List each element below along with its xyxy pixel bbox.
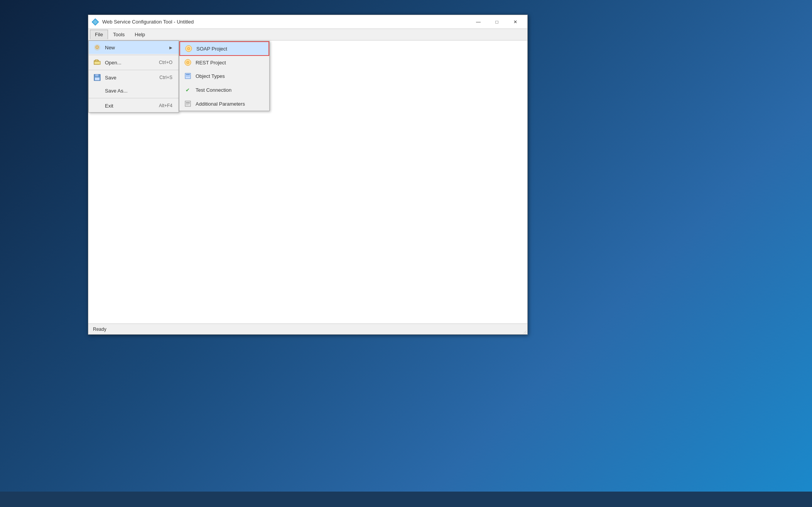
close-button[interactable]: ✕ xyxy=(506,16,524,28)
minimize-button[interactable]: — xyxy=(469,16,487,28)
svg-text:⚙: ⚙ xyxy=(95,44,100,50)
menu-bar: File Tools Help ⚙ New ▶ xyxy=(88,29,527,40)
submenu-rest-project[interactable]: ⚙ REST Project xyxy=(179,56,269,69)
menu-item-file[interactable]: File xyxy=(90,30,108,39)
app-window: Web Service Configuration Tool - Untitle… xyxy=(88,15,528,335)
app-icon xyxy=(91,18,99,26)
menu-item-help[interactable]: Help xyxy=(130,30,150,39)
window-controls: — □ ✕ xyxy=(469,16,524,28)
svg-text:✔: ✔ xyxy=(186,87,190,93)
svg-text:⚙: ⚙ xyxy=(186,60,190,65)
save-as-icon xyxy=(93,87,102,94)
svg-rect-14 xyxy=(186,103,190,104)
svg-line-23 xyxy=(525,332,527,334)
menu-save[interactable]: Save Ctrl+S xyxy=(89,71,179,84)
menu-test-connection[interactable]: ✔ Test Connection xyxy=(179,83,269,97)
new-submenu: ⚙ SOAP Project ⚙ REST Project xyxy=(179,41,270,111)
menu-save-as[interactable]: Save As... xyxy=(89,84,179,97)
open-icon xyxy=(93,59,102,66)
title-bar: Web Service Configuration Tool - Untitle… xyxy=(88,15,527,29)
file-menu-dropdown: ⚙ New ▶ ⚙ SOAP Project xyxy=(88,40,179,113)
menu-open[interactable]: Open... Ctrl+O xyxy=(89,56,179,69)
save-icon xyxy=(93,74,102,81)
svg-rect-18 xyxy=(94,61,100,64)
menu-separator-3 xyxy=(89,98,179,98)
new-submenu-arrow: ▶ xyxy=(169,45,172,50)
status-text: Ready xyxy=(93,327,106,332)
soap-icon: ⚙ xyxy=(184,45,193,52)
svg-text:⚙: ⚙ xyxy=(187,46,191,51)
submenu-soap-project[interactable]: ⚙ SOAP Project xyxy=(179,41,269,56)
menu-new[interactable]: ⚙ New ▶ ⚙ SOAP Project xyxy=(89,41,179,54)
svg-rect-15 xyxy=(186,104,189,105)
menu-additional-parameters[interactable]: Additional Parameters xyxy=(179,97,269,111)
svg-rect-13 xyxy=(186,102,190,103)
new-icon: ⚙ xyxy=(93,44,102,51)
test-connection-icon: ✔ xyxy=(183,86,192,94)
svg-rect-17 xyxy=(95,60,98,61)
exit-icon xyxy=(93,102,102,109)
window-title: Web Service Configuration Tool - Untitle… xyxy=(102,19,469,25)
svg-line-22 xyxy=(523,330,527,334)
object-types-icon xyxy=(183,72,192,80)
menu-exit[interactable]: Exit Alt+F4 xyxy=(89,99,179,112)
menu-separator-1 xyxy=(89,55,179,55)
additional-params-icon xyxy=(183,100,192,108)
resize-grip xyxy=(522,329,527,334)
svg-rect-21 xyxy=(95,77,100,80)
rest-icon: ⚙ xyxy=(183,59,192,66)
menu-object-types[interactable]: Object Types xyxy=(179,69,269,83)
svg-rect-10 xyxy=(186,76,190,76)
status-bar: Ready xyxy=(88,323,527,334)
maximize-button[interactable]: □ xyxy=(488,16,506,28)
svg-rect-20 xyxy=(95,74,98,76)
svg-rect-9 xyxy=(186,74,190,75)
menu-separator-2 xyxy=(89,70,179,70)
menu-item-tools[interactable]: Tools xyxy=(108,30,130,39)
